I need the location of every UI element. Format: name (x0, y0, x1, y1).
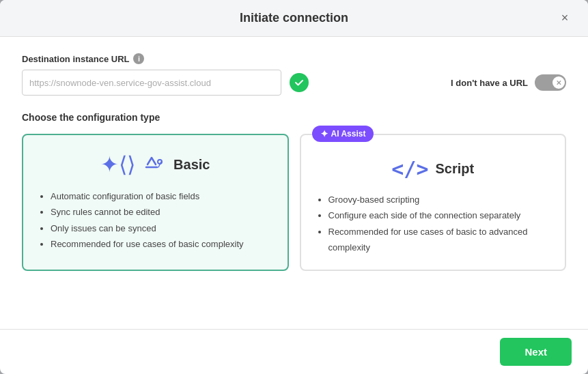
modal-body: Destination instance URL i I don't have … (0, 37, 588, 329)
next-button[interactable]: Next (500, 338, 572, 366)
url-row: I don't have a URL ✕ (22, 70, 566, 96)
card-basic-features: Automatic configuration of basic fields … (37, 188, 274, 253)
modal-title: Initiate connection (240, 11, 348, 25)
url-input[interactable] (22, 70, 281, 96)
card-script-header: </> Script (315, 157, 552, 181)
close-button[interactable]: × (555, 9, 574, 28)
card-script-title: Script (436, 161, 475, 177)
url-valid-icon (290, 73, 309, 92)
config-section-label: Choose the configuration type (22, 112, 566, 123)
no-url-toggle[interactable]: ✕ (535, 74, 566, 91)
modal-footer: Next (0, 329, 588, 374)
card-script-features: Groovy-based scripting Configure each si… (315, 192, 552, 256)
modal: Initiate connection × Destination instan… (0, 0, 588, 374)
basic-icon (142, 152, 167, 177)
card-script[interactable]: ✦ AI Assist </> Script Groovy-based scri… (300, 134, 567, 271)
script-code-icon: </> (391, 157, 428, 181)
card-basic-header: ✦⟨⟩ Basic (37, 152, 274, 177)
no-url-label: I don't have a URL ✕ (451, 74, 566, 91)
toggle-knob: ✕ (552, 76, 565, 89)
sparkle-icon: ✦⟨⟩ (100, 152, 135, 177)
info-icon[interactable]: i (133, 53, 144, 64)
card-basic-title: Basic (173, 157, 210, 173)
modal-header: Initiate connection × (0, 0, 588, 37)
url-field-label: Destination instance URL i (22, 53, 566, 64)
cards-row: ✦⟨⟩ Basic Automatic configuration of bas… (22, 134, 566, 271)
ai-assist-badge[interactable]: ✦ AI Assist (312, 126, 374, 142)
modal-overlay: Initiate connection × Destination instan… (0, 0, 588, 374)
card-basic[interactable]: ✦⟨⟩ Basic Automatic configuration of bas… (22, 134, 289, 271)
